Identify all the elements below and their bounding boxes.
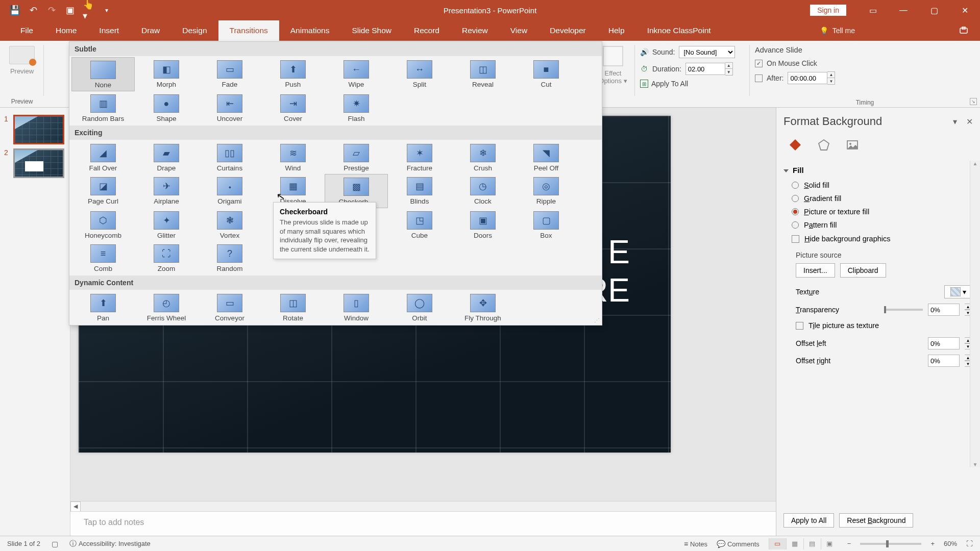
hide-bg-graphics-checkbox[interactable]: Hide background graphics	[785, 232, 972, 248]
slide-counter[interactable]: Slide 1 of 2	[7, 540, 40, 547]
transition-drape[interactable]: ▰Drape	[135, 141, 198, 174]
task-pane-options-icon[interactable]: ▾	[953, 117, 957, 127]
picture-texture-fill-radio[interactable]: Picture or texture fill	[785, 205, 972, 218]
tab-developer[interactable]: Developer	[538, 20, 597, 41]
after-time-spinner[interactable]: ▲▼	[827, 71, 835, 85]
save-icon[interactable]: 💾	[10, 6, 19, 15]
tab-home[interactable]: Home	[44, 20, 88, 41]
transition-wind[interactable]: ≋Wind	[261, 141, 325, 174]
tab-design[interactable]: Design	[171, 20, 218, 41]
texture-picker[interactable]: ▾	[944, 285, 972, 298]
transition-curtains[interactable]: ▯▯Curtains	[198, 141, 261, 174]
tab-help[interactable]: Help	[597, 20, 636, 41]
share-button[interactable]	[947, 20, 980, 41]
transition-reveal[interactable]: ◫Reveal	[451, 57, 514, 91]
slide-thumbnail-1[interactable]	[13, 115, 64, 144]
transition-cover[interactable]: ⇥Cover	[261, 91, 325, 124]
zoom-in-button[interactable]: +	[930, 540, 935, 547]
preview-button[interactable]: Preview	[9, 43, 35, 75]
comments-toggle[interactable]: 💬 Comments	[717, 540, 760, 548]
zoom-percentage[interactable]: 60%	[944, 540, 957, 547]
maximize-icon[interactable]: ▢	[919, 0, 949, 20]
task-pane-scrollbar[interactable]: ▲▼	[970, 161, 980, 467]
transition-airplane[interactable]: ✈Airplane	[135, 174, 198, 208]
transparency-slider[interactable]	[884, 309, 923, 311]
scroll-left-button[interactable]: ◀	[70, 502, 81, 512]
tab-transitions[interactable]: Transitions	[218, 20, 279, 41]
insert-picture-button[interactable]: Insert...	[796, 263, 835, 278]
tab-draw[interactable]: Draw	[130, 20, 171, 41]
qat-customize-icon[interactable]: ▾	[102, 6, 111, 15]
close-icon[interactable]: ✕	[949, 0, 980, 20]
transition-random[interactable]: ?Random	[198, 241, 261, 274]
after-time-input[interactable]	[788, 72, 827, 84]
transition-ripple[interactable]: ◎Ripple	[514, 174, 578, 208]
transition-none[interactable]: None	[71, 57, 135, 91]
transition-zoom[interactable]: ⛶Zoom	[135, 241, 198, 274]
duration-spinner[interactable]: ▲▼	[725, 62, 733, 76]
transition-flash[interactable]: ✷Flash	[325, 91, 388, 124]
undo-icon[interactable]: ↶	[29, 6, 38, 15]
slide-thumbnail-2[interactable]	[13, 148, 64, 178]
tab-file[interactable]: File	[9, 20, 44, 41]
transition-fracture[interactable]: ✶Fracture	[388, 141, 451, 174]
tab-review[interactable]: Review	[451, 20, 499, 41]
transition-origami[interactable]: ⬩Origami	[198, 174, 261, 208]
transition-box[interactable]: ▢Box	[514, 208, 578, 241]
transition-push[interactable]: ⬆Push	[261, 57, 325, 91]
apply-to-all-button[interactable]: ⊞ Apply To All	[640, 80, 745, 88]
solid-fill-radio[interactable]: Solid fill	[785, 179, 972, 192]
zoom-slider[interactable]	[860, 543, 921, 545]
start-from-beginning-icon[interactable]: ▣	[65, 6, 75, 15]
timing-dialog-launcher[interactable]: ↘	[970, 98, 977, 105]
minimize-icon[interactable]: —	[888, 0, 919, 20]
transition-doors[interactable]: ▣Doors	[451, 208, 514, 241]
accessibility-button[interactable]: ⓘ Accessibility: Investigate	[69, 539, 151, 548]
transition-vortex[interactable]: ❃Vortex	[198, 208, 261, 241]
touch-mode-icon[interactable]: 👆▾	[84, 6, 93, 15]
transition-page-curl[interactable]: ◪Page Curl	[71, 174, 135, 208]
tab-inknoe-classpoint[interactable]: Inknoe ClassPoint	[636, 20, 722, 41]
picture-tab-button[interactable]	[842, 134, 863, 156]
transition-split[interactable]: ↔Split	[388, 57, 451, 91]
transition-honeycomb[interactable]: ⬡Honeycomb	[71, 208, 135, 241]
effects-tab-button[interactable]	[813, 134, 835, 156]
transition-pan[interactable]: ⬆Pan	[71, 291, 135, 324]
offset-left-input[interactable]	[928, 337, 960, 349]
transition-cut[interactable]: ■Cut	[514, 57, 578, 91]
transition-rotate[interactable]: ◫Rotate	[261, 291, 325, 324]
fit-to-window-button[interactable]: ⛶	[966, 540, 973, 547]
transition-morph[interactable]: ◧Morph	[135, 57, 198, 91]
task-pane-close-icon[interactable]: ✕	[966, 117, 973, 127]
transition-wipe[interactable]: ←Wipe	[325, 57, 388, 91]
transition-glitter[interactable]: ✦Glitter	[135, 208, 198, 241]
slideshow-view-button[interactable]: ▣	[821, 538, 838, 549]
pattern-fill-radio[interactable]: Pattern fill	[785, 218, 972, 232]
transition-fall-over[interactable]: ◢Fall Over	[71, 141, 135, 174]
after-checkbox[interactable]	[755, 74, 763, 82]
transition-ferris-wheel[interactable]: ◴Ferris Wheel	[135, 291, 198, 324]
transition-peel-off[interactable]: ◥Peel Off	[514, 141, 578, 174]
slide-sorter-view-button[interactable]: ▦	[786, 538, 803, 549]
ribbon-display-options-icon[interactable]: ▭	[857, 0, 888, 20]
notes-toggle[interactable]: ≡ Notes	[684, 540, 707, 548]
reset-background-button[interactable]: Reset Background	[839, 513, 913, 528]
transition-comb[interactable]: ≡Comb	[71, 241, 135, 274]
transition-window[interactable]: ▯Window	[325, 291, 388, 324]
sign-in-button[interactable]: Sign in	[810, 5, 846, 16]
zoom-out-button[interactable]: −	[847, 540, 851, 547]
transition-orbit[interactable]: ◯Orbit	[388, 291, 451, 324]
display-settings-icon[interactable]: ▢	[52, 540, 58, 548]
sound-select[interactable]: [No Sound]	[679, 46, 735, 58]
effect-options-button[interactable]: EffectOptions ▾	[599, 43, 627, 85]
gradient-fill-radio[interactable]: Gradient fill	[785, 192, 972, 205]
tile-picture-checkbox[interactable]: Tile picture as texture	[796, 318, 972, 335]
offset-right-input[interactable]	[928, 355, 960, 367]
tell-me-search[interactable]: 💡 Tell me	[820, 20, 855, 41]
transition-conveyor[interactable]: ▭Conveyor	[198, 291, 261, 324]
tab-animations[interactable]: Animations	[279, 20, 341, 41]
tab-slide-show[interactable]: Slide Show	[340, 20, 403, 41]
duration-input[interactable]	[685, 63, 725, 75]
transition-fade[interactable]: ▭Fade	[198, 57, 261, 91]
transition-prestige[interactable]: ▱Prestige	[325, 141, 388, 174]
